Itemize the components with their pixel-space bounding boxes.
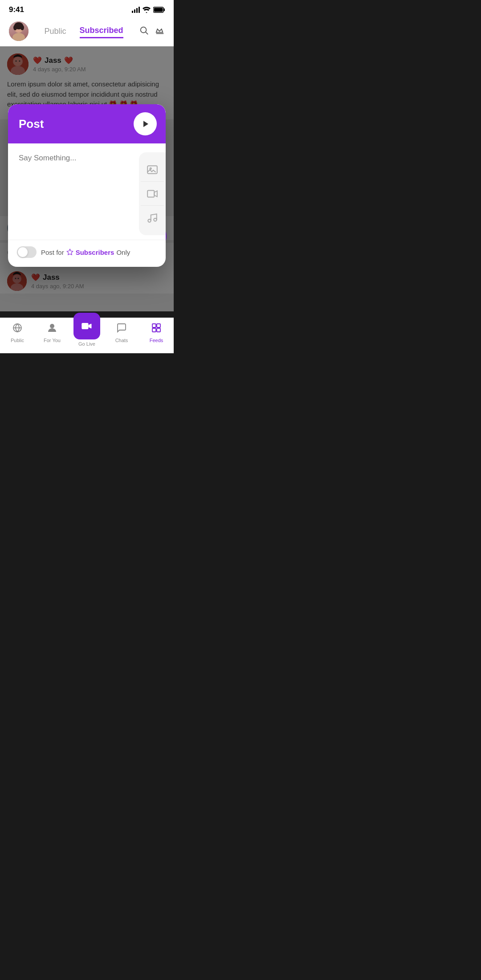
svg-point-19	[150, 167, 151, 169]
header-actions	[139, 25, 165, 37]
svg-rect-18	[147, 166, 157, 173]
chats-nav-icon	[116, 323, 127, 336]
video-upload-button[interactable]	[141, 182, 164, 206]
nav-label-public: Public	[11, 338, 24, 343]
header-tabs: Public Subscribed	[29, 24, 139, 38]
svg-rect-40	[82, 323, 88, 329]
nav-item-chats[interactable]: Chats	[104, 322, 139, 343]
nav-label-foryou: For You	[44, 338, 61, 343]
modal-footer: Post for Subscribers Only	[8, 240, 166, 267]
image-upload-button[interactable]	[141, 158, 164, 182]
public-nav-icon	[12, 323, 23, 336]
nav-item-foryou[interactable]: For You	[35, 322, 69, 343]
modal-title: Post	[19, 117, 44, 131]
feed-background: ❤️ Jass ❤️ 4 days ago, 9:20 AM Lorem ips…	[0, 46, 174, 311]
svg-point-39	[50, 324, 54, 328]
header: Public Subscribed	[0, 18, 174, 46]
svg-point-22	[154, 218, 157, 221]
user-avatar[interactable]	[9, 21, 29, 41]
status-bar: 9:41	[0, 0, 174, 18]
music-upload-button[interactable]	[141, 206, 164, 230]
svg-line-10	[146, 32, 148, 34]
signal-icon	[132, 7, 140, 13]
search-icon[interactable]	[139, 25, 149, 37]
svg-rect-42	[157, 324, 160, 327]
modal-textarea-area	[8, 151, 139, 240]
wifi-icon	[143, 7, 151, 13]
tab-public[interactable]: Public	[44, 25, 66, 38]
status-icons	[132, 7, 165, 13]
status-time: 9:41	[9, 5, 24, 14]
side-toolbar	[139, 152, 166, 235]
svg-rect-44	[157, 328, 160, 332]
svg-point-21	[148, 219, 151, 222]
modal-header: Post	[8, 104, 166, 143]
svg-rect-2	[154, 8, 163, 12]
svg-marker-23	[67, 249, 73, 255]
battery-icon	[153, 7, 165, 13]
post-for-label: Post for Subscribers Only	[41, 249, 130, 256]
nav-label-feeds: Feeds	[150, 338, 163, 343]
post-text-input[interactable]	[19, 152, 130, 233]
send-button[interactable]	[134, 112, 157, 135]
subscribers-link[interactable]: Subscribers	[76, 249, 114, 256]
svg-rect-41	[152, 324, 156, 327]
feeds-nav-icon	[151, 323, 162, 336]
golive-button[interactable]	[73, 313, 100, 339]
svg-rect-1	[164, 8, 165, 11]
nav-label-golive: Go Live	[78, 341, 95, 347]
toggle-knob	[18, 247, 28, 257]
svg-point-8	[20, 25, 24, 30]
modal-body	[8, 143, 166, 240]
svg-point-9	[141, 27, 147, 33]
post-modal: Post	[8, 104, 166, 267]
nav-item-feeds[interactable]: Feeds	[139, 322, 174, 343]
svg-rect-43	[152, 328, 156, 332]
nav-item-golive[interactable]: Go Live	[69, 313, 104, 347]
nav-label-chats: Chats	[115, 338, 128, 343]
crown-icon[interactable]	[155, 25, 165, 37]
subscribers-toggle[interactable]	[17, 246, 37, 258]
foryou-nav-icon	[47, 323, 57, 336]
svg-rect-20	[147, 190, 154, 197]
svg-point-4	[12, 33, 25, 41]
svg-point-7	[13, 25, 17, 30]
tab-subscribed[interactable]: Subscribed	[80, 24, 123, 38]
bottom-nav: Public For You Go Live Chats	[0, 318, 174, 353]
nav-item-public[interactable]: Public	[0, 322, 35, 343]
